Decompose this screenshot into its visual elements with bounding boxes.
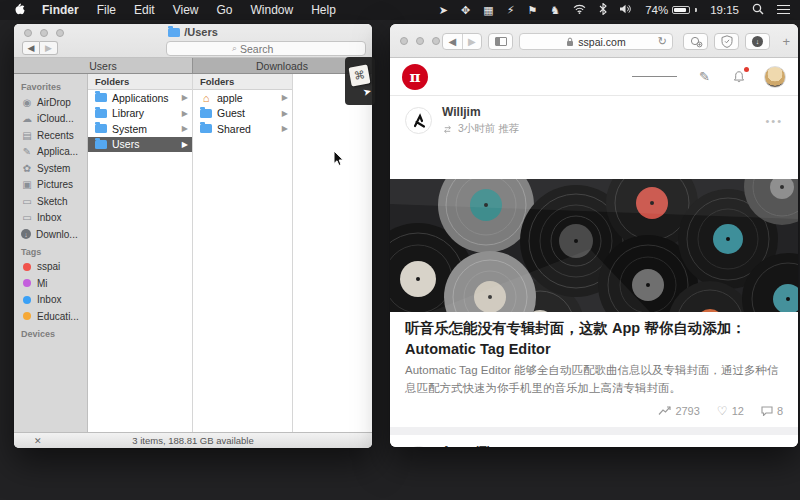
article-cover-image[interactable] [390, 179, 798, 312]
sidebar-item-sketch[interactable]: ▭Sketch [14, 193, 87, 210]
menubar-extra-3-icon[interactable]: ▦ [483, 5, 493, 16]
sidebar-tag-sspai[interactable]: sspai [14, 259, 87, 276]
comment-icon [761, 406, 773, 416]
notification-badge [744, 67, 749, 72]
menu-help[interactable]: Help [311, 3, 336, 17]
avatar-willjim[interactable] [405, 107, 432, 134]
chevron-right-icon: ▶ [282, 109, 288, 118]
folder-row-library[interactable]: Library▶ [88, 106, 192, 122]
likes-stat[interactable]: ♡ 12 [717, 404, 744, 418]
menu-file[interactable]: File [97, 3, 116, 17]
sidebar-item-inbox[interactable]: ▭Inbox [14, 210, 87, 227]
folder-icon [95, 140, 107, 149]
notification-center-icon[interactable] [777, 4, 790, 17]
tab-users[interactable]: Users [14, 58, 193, 73]
username[interactable]: AzazelTicy [442, 444, 519, 447]
feed-item-header[interactable]: AzazelTicy 8小时前 推荐 ••• [390, 435, 798, 447]
folder-row-users-selected[interactable]: Users▶ [88, 137, 192, 153]
finder-empty-area [293, 74, 372, 432]
sidebar-item-system[interactable]: ✿System [14, 160, 87, 177]
share-extension-button[interactable] [683, 33, 708, 50]
folder-row-system[interactable]: System▶ [88, 121, 192, 137]
menubar-extra-6-icon[interactable]: ♞ [550, 5, 560, 16]
menu-window[interactable]: Window [251, 3, 294, 17]
chevron-right-icon: ▶ [182, 109, 188, 118]
folder-row-apple-home[interactable]: ⌂apple▶ [193, 90, 292, 106]
pictures-icon: ▣ [21, 179, 33, 190]
sidebar-item-applications[interactable]: ✎Applica... [14, 144, 87, 161]
sidebar-item-icloud[interactable]: ☁iCloud... [14, 111, 87, 128]
menu-icon[interactable] [632, 74, 677, 80]
close-button[interactable] [400, 37, 408, 45]
forward-button[interactable]: ▶ [462, 36, 481, 47]
zoom-button[interactable] [432, 37, 440, 45]
folder-icon [95, 124, 107, 133]
tag-dot-purple [23, 279, 31, 287]
folder-icon [95, 93, 107, 102]
reload-icon[interactable]: ↻ [658, 35, 667, 48]
menu-go[interactable]: Go [217, 3, 233, 17]
folder-icon: ▭ [21, 196, 33, 207]
safari-toolbar[interactable]: ◀ ▶ sspai.com ↻ ↓ + [390, 24, 798, 58]
volume-icon[interactable] [620, 4, 632, 16]
chevron-right-icon: ▶ [282, 93, 288, 102]
back-button[interactable]: ◀ [443, 36, 462, 47]
safari-window: ◀ ▶ sspai.com ↻ ↓ + π ✎ [390, 24, 798, 447]
chevron-right-icon: ▶ [182, 93, 188, 102]
menubar-extra-5-icon[interactable]: ⚑ [527, 5, 537, 16]
forward-button[interactable]: ▶ [40, 41, 58, 55]
sidebar-item-airdrop[interactable]: ◉AirDrop [14, 94, 87, 111]
sidebar-item-recents[interactable]: ▤Recents [14, 127, 87, 144]
menubar-extra-1-icon[interactable]: ➤ [439, 5, 448, 16]
folder-proxy-icon[interactable] [168, 28, 180, 37]
compose-icon[interactable]: ✎ [699, 69, 710, 84]
finder-column-1: Folders Applications▶ Library▶ System▶ U… [88, 74, 193, 432]
drag-proxy[interactable]: ⌘ ➤ [345, 57, 375, 105]
tag-dot-red [23, 263, 31, 271]
feed-item-header[interactable]: Willjim 3小时前 推荐 ••• [390, 96, 798, 145]
finder-search-field[interactable]: ⌕ [166, 41, 366, 56]
apple-menu-icon[interactable] [14, 3, 26, 17]
sidebar-section-tags: Tags [14, 243, 87, 259]
battery-icon[interactable] [672, 6, 690, 14]
user-avatar[interactable] [764, 66, 786, 88]
download-icon: ↓ [752, 36, 763, 47]
sidebar-toggle-button[interactable] [488, 33, 513, 50]
menu-view[interactable]: View [173, 3, 199, 17]
lock-icon [566, 37, 574, 47]
folder-row-shared[interactable]: Shared▶ [193, 121, 292, 137]
applications-icon: ✎ [21, 146, 33, 157]
more-options-button[interactable]: ••• [765, 115, 783, 127]
back-button[interactable]: ◀ [22, 41, 40, 55]
folder-row-guest[interactable]: Guest▶ [193, 106, 292, 122]
new-tab-button[interactable]: + [782, 34, 790, 49]
sidebar-tag-mi[interactable]: Mi [14, 275, 87, 292]
sidebar-item-downloads[interactable]: ↓Downlo... [14, 226, 87, 243]
sidebar-tag-education[interactable]: Educati... [14, 308, 87, 325]
menubar-extra-4-icon[interactable]: ⚡ [507, 5, 515, 16]
avatar-azazelticy[interactable] [405, 446, 432, 447]
gear-icon: ✿ [21, 163, 33, 174]
username[interactable]: Willjim [442, 105, 519, 119]
finder-titlebar[interactable]: /Users ◀ ▶ ⌕ [14, 24, 372, 58]
sidebar-item-pictures[interactable]: ▣Pictures [14, 177, 87, 194]
bluetooth-icon[interactable] [599, 3, 607, 17]
menu-edit[interactable]: Edit [134, 3, 155, 17]
notifications-bell-icon[interactable] [732, 70, 746, 84]
article-title[interactable]: 听音乐怎能没有专辑封面，这款 App 帮你自动添加：Automatic Tag … [405, 318, 783, 359]
menubar-extra-2-icon[interactable]: ✥ [461, 5, 470, 16]
minimize-button[interactable] [416, 37, 424, 45]
download-extension-button[interactable]: ↓ [745, 33, 770, 50]
search-input[interactable] [240, 43, 300, 55]
wifi-icon[interactable] [573, 4, 586, 16]
sspai-logo[interactable]: π [402, 64, 428, 90]
folder-row-applications[interactable]: Applications▶ [88, 90, 192, 106]
comments-stat[interactable]: 8 [761, 405, 783, 417]
statusbar-x-icon: ✕ [34, 436, 42, 446]
spotlight-search-icon[interactable] [752, 3, 764, 17]
menu-finder[interactable]: Finder [42, 3, 79, 17]
menubar-clock[interactable]: 19:15 [710, 4, 739, 16]
shield-extension-button[interactable] [714, 33, 739, 50]
sidebar-tag-inbox[interactable]: Inbox [14, 292, 87, 309]
address-bar[interactable]: sspai.com ↻ [519, 33, 673, 50]
